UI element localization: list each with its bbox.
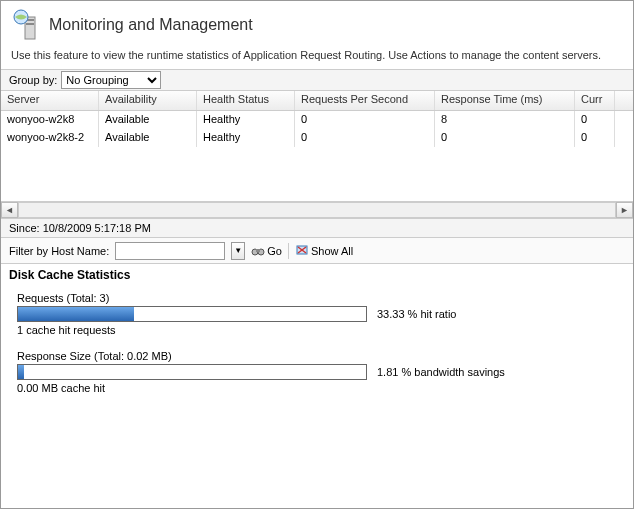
page-title: Monitoring and Management <box>49 16 253 34</box>
cell-server: wonyoo-w2k8 <box>1 111 99 129</box>
requests-ratio: 33.33 % hit ratio <box>377 308 457 320</box>
col-rps[interactable]: Requests Per Second <box>295 91 435 110</box>
grid-header: Server Availability Health Status Reques… <box>1 91 633 111</box>
requests-label: Requests (Total: 3) <box>17 292 617 304</box>
response-label: Response Size (Total: 0.02 MB) <box>17 350 617 362</box>
app-icon <box>11 9 43 41</box>
cell-availability: Available <box>99 129 197 147</box>
cell-rt: 0 <box>435 129 575 147</box>
since-label: Since: 10/8/2009 5:17:18 PM <box>1 218 633 238</box>
col-health[interactable]: Health Status <box>197 91 295 110</box>
cell-cur: 0 <box>575 111 615 129</box>
server-grid: Server Availability Health Status Reques… <box>1 91 633 218</box>
groupby-select[interactable]: No Grouping <box>61 71 161 89</box>
cell-health: Healthy <box>197 129 295 147</box>
response-ratio: 1.81 % bandwidth savings <box>377 366 505 378</box>
show-all-label: Show All <box>311 245 353 257</box>
cell-availability: Available <box>99 111 197 129</box>
requests-bar-fill <box>18 307 134 321</box>
requests-bar <box>17 306 367 322</box>
col-availability[interactable]: Availability <box>99 91 197 110</box>
filter-dropdown-icon[interactable]: ▼ <box>231 242 245 260</box>
scroll-track[interactable] <box>18 202 616 218</box>
disk-cache-title: Disk Cache Statistics <box>1 264 633 286</box>
table-row[interactable]: wonyoo-w2k8 Available Healthy 0 8 0 <box>1 111 633 129</box>
svg-rect-6 <box>256 249 260 252</box>
cell-rt: 8 <box>435 111 575 129</box>
scroll-right-icon[interactable]: ► <box>616 202 633 218</box>
show-all-button[interactable]: Show All <box>295 244 353 258</box>
clear-filter-icon <box>295 244 309 258</box>
page-description: Use this feature to view the runtime sta… <box>1 45 633 69</box>
groupby-label: Group by: <box>9 74 57 86</box>
cell-server: wonyoo-w2k8-2 <box>1 129 99 147</box>
cell-health: Healthy <box>197 111 295 129</box>
col-rt[interactable]: Response Time (ms) <box>435 91 575 110</box>
cell-rps: 0 <box>295 129 435 147</box>
response-bar-fill <box>18 365 24 379</box>
table-row[interactable]: wonyoo-w2k8-2 Available Healthy 0 0 0 <box>1 129 633 147</box>
go-button[interactable]: Go <box>251 244 282 258</box>
separator <box>288 243 289 259</box>
response-stat: Response Size (Total: 0.02 MB) 1.81 % ba… <box>1 344 633 402</box>
svg-rect-2 <box>26 23 34 25</box>
filter-label: Filter by Host Name: <box>9 245 109 257</box>
horizontal-scrollbar[interactable]: ◄ ► <box>1 201 633 218</box>
requests-sub: 1 cache hit requests <box>17 324 617 336</box>
response-bar <box>17 364 367 380</box>
col-server[interactable]: Server <box>1 91 99 110</box>
scroll-left-icon[interactable]: ◄ <box>1 202 18 218</box>
requests-stat: Requests (Total: 3) 33.33 % hit ratio 1 … <box>1 286 633 344</box>
cell-rps: 0 <box>295 111 435 129</box>
filter-host-input[interactable] <box>115 242 225 260</box>
cell-cur: 0 <box>575 129 615 147</box>
go-label: Go <box>267 245 282 257</box>
binoculars-icon <box>251 244 265 258</box>
col-cur[interactable]: Curr <box>575 91 615 110</box>
response-sub: 0.00 MB cache hit <box>17 382 617 394</box>
